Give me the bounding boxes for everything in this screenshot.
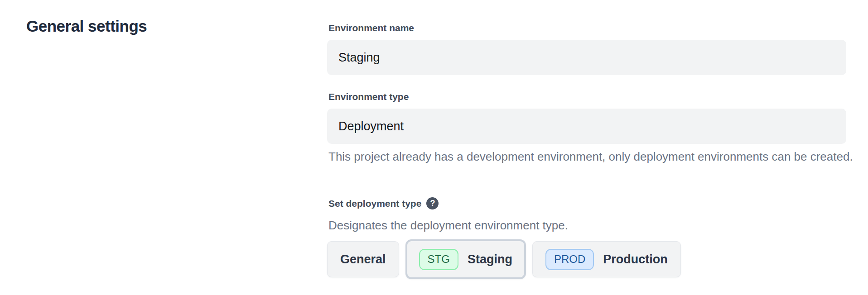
question-mark-icon[interactable]: ?	[426, 197, 439, 209]
deployment-type-options: General STG Staging PROD Production	[327, 239, 681, 280]
set-deployment-type-label: Set deployment type	[328, 198, 421, 209]
production-option-label: Production	[603, 252, 668, 266]
deployment-type-description: Designates the deployment environment ty…	[328, 216, 736, 235]
general-settings-page: General settings Environment name Enviro…	[0, 0, 868, 295]
stg-badge: STG	[419, 249, 458, 270]
page-title: General settings	[26, 17, 147, 35]
deployment-type-option-general[interactable]: General	[327, 241, 399, 277]
deployment-type-label-row: Set deployment type ?	[328, 197, 439, 209]
deployment-type-option-production[interactable]: PROD Production	[532, 241, 681, 277]
deployment-type-option-staging[interactable]: STG Staging	[405, 239, 526, 279]
general-option-label: General	[340, 252, 386, 266]
environment-type-input[interactable]	[327, 109, 846, 144]
environment-name-label: Environment name	[328, 23, 414, 33]
environment-type-label: Environment type	[328, 91, 409, 102]
staging-option-label: Staging	[468, 252, 512, 266]
environment-type-helper-text: This project already has a development e…	[328, 148, 854, 166]
prod-badge: PROD	[545, 249, 594, 270]
environment-name-input[interactable]	[327, 40, 846, 75]
